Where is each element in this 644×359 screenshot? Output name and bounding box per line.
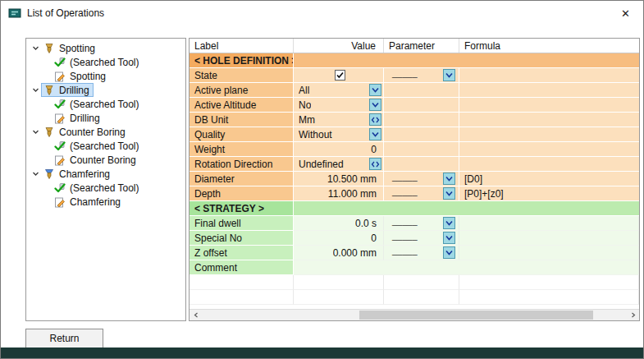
parameter-cell[interactable]: _____ — [384, 68, 459, 83]
searched-tool-icon — [54, 57, 66, 68]
tree-item-target[interactable]: Counter Boring — [41, 125, 130, 139]
table-row-special-no: Special No0_____ — [190, 231, 639, 246]
value-cell-rotation-direction[interactable]: Undefined — [294, 157, 384, 172]
parameter-dropdown-icon[interactable] — [443, 173, 455, 185]
tree-item-label: Chamfering — [59, 168, 110, 180]
close-icon[interactable]: ✕ — [618, 7, 633, 21]
window-title: List of Operations — [27, 7, 104, 19]
row-label: Rotation Direction — [190, 157, 294, 172]
parameter-dropdown-icon[interactable] — [443, 232, 455, 244]
value-cell-special-no[interactable]: 0 — [294, 231, 384, 246]
parameter-cell[interactable]: _____ — [384, 231, 459, 246]
return-button[interactable]: Return — [25, 329, 103, 348]
searched-tool-icon — [54, 182, 66, 194]
tree-expander-icon[interactable] — [30, 44, 41, 52]
tree-item-target[interactable]: Drilling — [41, 83, 94, 97]
table-row-quality: QualityWithout — [190, 127, 639, 142]
parameter-dropdown-icon[interactable] — [443, 217, 455, 229]
tree-item-counter-boring[interactable]: Counter Boring — [26, 125, 185, 139]
tree-item-spotting-spotting[interactable]: Spotting — [26, 69, 185, 83]
formula-cell[interactable] — [459, 216, 639, 231]
formula-cell[interactable]: [P0]+[z0] — [459, 186, 639, 201]
formula-cell[interactable] — [459, 142, 639, 157]
formula-cell[interactable] — [459, 113, 639, 127]
formula-cell[interactable] — [459, 157, 639, 172]
row-label: Final dwell — [190, 216, 294, 231]
value-cell-z-offset[interactable]: 0.000 mm — [294, 246, 384, 260]
section-fill — [294, 53, 639, 68]
formula-cell[interactable] — [459, 127, 639, 142]
searched-tool-icon — [54, 99, 66, 110]
parameter-dropdown-icon[interactable] — [443, 187, 455, 200]
value-cell-db-unit[interactable]: Mm — [294, 113, 384, 127]
column-header-parameter: Parameter — [384, 39, 459, 53]
tree-item-target[interactable]: Chamfering — [41, 167, 114, 181]
scroll-track[interactable] — [202, 310, 627, 320]
tree-expander-icon[interactable] — [30, 86, 41, 94]
tree-item-spotting-searched-tool[interactable]: (Searched Tool) — [26, 55, 185, 69]
parameter-cell[interactable]: _____ — [384, 172, 459, 186]
parameter-dropdown-icon[interactable] — [443, 246, 455, 259]
parameter-cell[interactable]: _____ — [384, 186, 459, 201]
formula-cell[interactable] — [459, 68, 639, 83]
tree-item-label: Spotting — [70, 71, 106, 82]
tree-item-label: (Searched Tool) — [70, 182, 139, 194]
searched-tool-icon — [54, 140, 66, 152]
parameter-dropdown-icon[interactable] — [443, 69, 455, 81]
value-cell-final-dwell[interactable]: 0.0 s — [294, 216, 384, 231]
value-text: No — [299, 99, 311, 111]
tree-item-chamfering[interactable]: Chamfering — [26, 167, 185, 181]
table-row-weight: Weight0 — [190, 142, 639, 157]
value-dropdown-icon[interactable] — [369, 84, 381, 96]
value-spinner-icon[interactable] — [369, 113, 381, 126]
formula-text: [P0]+[z0] — [464, 188, 504, 200]
parameter-cell — [384, 98, 459, 113]
formula-cell[interactable]: [D0] — [459, 172, 639, 186]
value-cell-diameter[interactable]: 10.500 mm — [294, 172, 384, 186]
value-cell-weight[interactable]: 0 — [294, 142, 384, 157]
tree-expander-icon[interactable] — [30, 170, 41, 177]
parameter-cell[interactable]: _____ — [384, 246, 459, 260]
parameters-table: LabelValueParameterFormula < HOLE DEFINI… — [189, 38, 640, 321]
tree-item-counter-boring-searched-tool[interactable]: (Searched Tool) — [26, 139, 185, 153]
tree-item-spotting[interactable]: Spotting — [26, 41, 185, 55]
parameter-cell — [384, 142, 459, 157]
value-cell-active-plane[interactable]: All — [294, 83, 384, 98]
parameter-placeholder: _____ — [392, 217, 418, 226]
value-text: 0.0 s — [355, 218, 377, 229]
row-label: Special No — [190, 231, 294, 246]
state-checkbox[interactable] — [335, 70, 345, 81]
value-cell-quality[interactable]: Without — [294, 127, 384, 142]
tree-item-chamfering-searched-tool[interactable]: (Searched Tool) — [26, 181, 185, 195]
tree-item-target[interactable]: Spotting — [41, 41, 99, 55]
value-cell-state[interactable] — [294, 68, 384, 83]
value-spinner-icon[interactable] — [369, 158, 381, 170]
formula-text: [D0] — [464, 173, 482, 185]
row-label: Active Altitude — [190, 98, 294, 113]
tree-item-drilling[interactable]: Drilling — [26, 83, 185, 97]
tree-item-drilling-searched-tool[interactable]: (Searched Tool) — [26, 97, 185, 111]
scroll-left-arrow-icon[interactable] — [190, 310, 202, 320]
list-of-operations-dialog: List of Operations ✕ Spotting(Searched T… — [0, 0, 644, 359]
tree-item-chamfering-chamfering[interactable]: Chamfering — [26, 195, 185, 209]
empty-row — [190, 275, 639, 290]
parameter-cell[interactable]: _____ — [384, 216, 459, 231]
tree-item-drilling-drilling[interactable]: Drilling — [26, 111, 185, 125]
formula-cell[interactable] — [459, 83, 639, 98]
operations-tree: Spotting(Searched Tool)SpottingDrilling(… — [25, 38, 186, 321]
comment-cell[interactable] — [294, 260, 639, 275]
scroll-right-arrow-icon[interactable] — [627, 310, 639, 320]
formula-cell[interactable] — [459, 246, 639, 260]
row-label: Quality — [190, 127, 294, 142]
formula-cell[interactable] — [459, 98, 639, 113]
value-cell-active-altitude[interactable]: No — [294, 98, 384, 113]
tree-expander-icon[interactable] — [30, 128, 41, 136]
value-cell-depth[interactable]: 11.000 mm — [294, 186, 384, 201]
scroll-thumb[interactable] — [359, 311, 593, 320]
horizontal-scrollbar[interactable] — [190, 309, 639, 320]
formula-cell[interactable] — [459, 231, 639, 246]
tree-item-counter-boring-counter-boring[interactable]: Counter Boring — [26, 153, 185, 167]
value-dropdown-icon[interactable] — [369, 128, 381, 140]
value-dropdown-icon[interactable] — [369, 99, 381, 111]
value-text: 0 — [371, 232, 377, 244]
